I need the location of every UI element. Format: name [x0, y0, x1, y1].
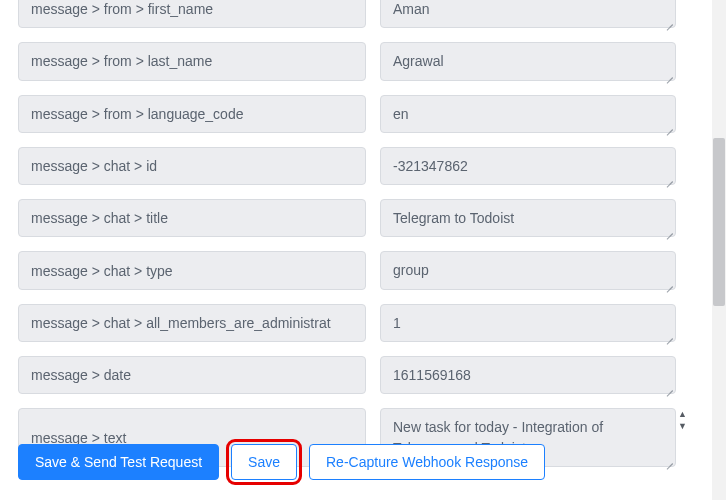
field-row: message > chat > all_members_are_adminis…: [18, 304, 710, 342]
field-value-wrap: 1: [380, 304, 676, 342]
field-list: message > from > first_nameAmanmessage >…: [18, 0, 710, 467]
field-key-input[interactable]: message > from > language_code: [18, 95, 366, 133]
field-row: message > chat > typegroup: [18, 251, 710, 289]
field-value-wrap: -321347862: [380, 147, 676, 185]
field-value-wrap: Telegram to Todoist: [380, 199, 676, 237]
field-value-input[interactable]: 1611569168: [380, 356, 676, 394]
field-key-input[interactable]: message > chat > id: [18, 147, 366, 185]
field-value-input[interactable]: group: [380, 251, 676, 289]
field-key-input[interactable]: message > chat > title: [18, 199, 366, 237]
field-row: message > from > first_nameAman: [18, 0, 710, 28]
field-value-input[interactable]: en: [380, 95, 676, 133]
spinner-up-icon[interactable]: ▲: [678, 412, 694, 417]
field-value-input[interactable]: 1: [380, 304, 676, 342]
field-value-input[interactable]: Agrawal: [380, 42, 676, 80]
field-row: message > from > language_codeen: [18, 95, 710, 133]
field-key-input[interactable]: message > from > last_name: [18, 42, 366, 80]
field-key-input[interactable]: message > chat > all_members_are_adminis…: [18, 304, 366, 342]
field-row: message > date1611569168: [18, 356, 710, 394]
field-value-input[interactable]: Aman: [380, 0, 676, 28]
spinner-down-icon[interactable]: ▼: [678, 424, 694, 429]
vertical-scrollbar[interactable]: [712, 0, 726, 500]
field-value-wrap: 1611569168: [380, 356, 676, 394]
field-row: message > from > last_nameAgrawal: [18, 42, 710, 80]
action-bar: Save & Send Test Request Save Re-Capture…: [0, 434, 545, 480]
save-send-test-button[interactable]: Save & Send Test Request: [18, 444, 219, 480]
field-value-wrap: en: [380, 95, 676, 133]
field-value-wrap: Agrawal: [380, 42, 676, 80]
scrollbar-thumb[interactable]: [713, 138, 725, 306]
field-key-input[interactable]: message > date: [18, 356, 366, 394]
field-value-wrap: Aman: [380, 0, 676, 28]
save-button[interactable]: Save: [231, 444, 297, 480]
field-value-input[interactable]: -321347862: [380, 147, 676, 185]
value-spinner[interactable]: ▲▼: [678, 408, 694, 467]
field-key-input[interactable]: message > from > first_name: [18, 0, 366, 28]
field-key-input[interactable]: message > chat > type: [18, 251, 366, 289]
field-value-wrap: group: [380, 251, 676, 289]
field-row: message > chat > titleTelegram to Todois…: [18, 199, 710, 237]
recapture-webhook-button[interactable]: Re-Capture Webhook Response: [309, 444, 545, 480]
field-value-input[interactable]: Telegram to Todoist: [380, 199, 676, 237]
field-row: message > chat > id-321347862: [18, 147, 710, 185]
